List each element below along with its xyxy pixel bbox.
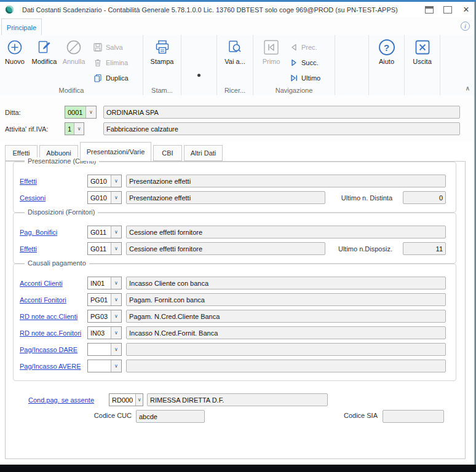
- link-rd-note-acc-clienti[interactable]: RD note acc.Clienti: [20, 313, 87, 320]
- attivita-code: 1: [65, 123, 74, 135]
- link-pag-bonifici[interactable]: Pag. Bonifici: [20, 229, 87, 236]
- ultimo-n-disposiz-field[interactable]: 11: [403, 242, 446, 255]
- desc-effetti-fornitori-field[interactable]: Cessione effetti fornitore: [126, 242, 325, 255]
- link-effetti-fornitori[interactable]: Effetti: [20, 245, 87, 253]
- desc-rd-note-acc-clienti-field[interactable]: Pagam. N.Cred.Cliente Banca: [126, 310, 446, 323]
- company-header: Ditta: 0001 ∨ ORDINARIA SPA Attivita' ri…: [0, 95, 476, 142]
- link-pag-incasso-avere[interactable]: Pag/Incasso AVERE: [20, 363, 87, 370]
- combo-value: G011: [88, 243, 111, 254]
- link-pag-incasso-dare[interactable]: Pag/Incasso DARE: [20, 346, 87, 353]
- close-button[interactable]: ✕: [460, 4, 472, 15]
- aiuto-button[interactable]: ? Aiuto: [372, 37, 402, 66]
- maximize-button[interactable]: [442, 4, 454, 15]
- vai-a-button[interactable]: Vai a...: [220, 37, 250, 66]
- link-cond-pag-se-assente[interactable]: Cond.pag. se assente: [28, 396, 109, 404]
- codice-cuc-field[interactable]: abcde: [136, 410, 205, 423]
- chevron-down-icon[interactable]: ∨: [111, 226, 121, 238]
- row-rd-note-acc-clienti: RD note acc.Clienti PG03 ∨ Pagam. N.Cred…: [20, 310, 446, 323]
- chevron-down-icon[interactable]: ∨: [111, 294, 121, 305]
- group-title: Causali pagamento: [25, 259, 89, 267]
- combo-rd-note-acc-fonitori[interactable]: IN03 ∨: [87, 326, 122, 339]
- tab-presentazioni-varie[interactable]: Presentazioni/Varie: [80, 142, 151, 161]
- link-rd-note-acc-fonitori[interactable]: RD note acc.Fonitori: [20, 329, 87, 337]
- attivita-name-field[interactable]: Fabbricazione calzature: [103, 122, 460, 135]
- chevron-down-icon[interactable]: ∨: [135, 394, 143, 406]
- combo-rd-note-acc-clienti[interactable]: PG03 ∨: [87, 310, 122, 323]
- ribbon-group-navigazione: Primo Prec. Succ.: [253, 35, 335, 95]
- desc-acconti-fonitori-field[interactable]: Pagam. Fornit.con banca: [126, 293, 446, 306]
- desc-pag-bonifici-field[interactable]: Cessione effetti fornitore: [126, 226, 446, 238]
- cond-pag-desc-field[interactable]: RIMESSA DIRETTA D.F.: [147, 393, 328, 406]
- codice-sia-field[interactable]: [383, 410, 444, 423]
- desc-cessioni-field[interactable]: Presentazione effetti: [126, 191, 325, 204]
- collapse-ribbon-icon[interactable]: ∧: [466, 85, 470, 92]
- chevron-down-icon[interactable]: ∨: [111, 360, 121, 372]
- prec-button: Prec.: [288, 40, 323, 54]
- combo-effetti-fornitori[interactable]: G011 ∨: [87, 242, 122, 255]
- ditta-combo[interactable]: 0001 ∨: [65, 106, 97, 119]
- ribbon-group-uscita: Uscita: [405, 35, 440, 95]
- combo-acconti-clienti[interactable]: IN01 ∨: [87, 277, 122, 289]
- trash-icon: [93, 58, 102, 67]
- combo-pag-bonifici[interactable]: G011 ∨: [87, 226, 122, 238]
- annulla-button: Annulla: [59, 37, 89, 66]
- combo-cessioni[interactable]: G010 ∨: [87, 191, 122, 204]
- combo-acconti-fonitori[interactable]: PG01 ∨: [87, 293, 122, 306]
- chevron-down-icon[interactable]: ∨: [111, 243, 121, 254]
- ditta-name-field[interactable]: ORDINARIA SPA: [103, 106, 460, 119]
- row-effetti-clienti: Effetti G010 ∨ Presentazione effetti: [20, 175, 446, 187]
- chevron-down-icon[interactable]: ∨: [111, 192, 121, 203]
- titlebar: Dati Costanti Scadenziario - Contabilità…: [0, 2, 476, 17]
- ultimo-button[interactable]: Ultimo: [288, 71, 323, 85]
- ribbon-tab-principale[interactable]: Principale: [1, 18, 42, 36]
- ribbon-group-spacer: [335, 35, 369, 95]
- desc-acconti-clienti-field[interactable]: Incasso Cliente con banca: [126, 277, 446, 289]
- last-record-icon: [290, 74, 298, 82]
- attivita-row: Attivita' rif.IVA: 1 ∨ Fabbricazione cal…: [5, 122, 460, 135]
- combo-effetti[interactable]: G010 ∨: [87, 175, 122, 187]
- chevron-down-icon[interactable]: ∨: [111, 310, 121, 322]
- collapsed-group-button[interactable]: [197, 74, 200, 77]
- desc-pag-incasso-avere-field[interactable]: [126, 360, 446, 372]
- attivita-combo[interactable]: 1 ∨: [65, 122, 84, 135]
- link-effetti[interactable]: Effetti: [20, 178, 87, 185]
- group-causali-pagamento: Causali pagamento Acconti Clienti IN01 ∨…: [13, 264, 456, 381]
- stampa-button[interactable]: Stampa: [148, 37, 177, 66]
- combo-cond-pag[interactable]: RD000 ∨: [109, 393, 143, 406]
- combo-value: IN03: [88, 327, 111, 339]
- desc-effetti-field[interactable]: Presentazione effetti: [126, 175, 446, 187]
- combo-value: G010: [88, 175, 111, 187]
- desc-pag-incasso-dare-field[interactable]: [126, 343, 446, 356]
- edit-icon: [36, 39, 52, 55]
- group-presentazione-clienti: Presentazione (Clienti) Effetti G010 ∨ P…: [13, 162, 456, 213]
- link-acconti-fonitori[interactable]: Acconti Fonitori: [20, 296, 87, 304]
- chevron-down-icon[interactable]: ∨: [111, 277, 121, 289]
- tab-cbi[interactable]: CBI: [153, 145, 182, 161]
- uscita-button[interactable]: Uscita: [408, 37, 437, 66]
- link-cessioni[interactable]: Cessioni: [20, 194, 87, 202]
- desc-rd-note-acc-fonitori-field[interactable]: Incasso N.Cred.Fornit. Banca: [126, 326, 446, 339]
- nuovo-button[interactable]: Nuovo: [0, 37, 30, 66]
- combo-pag-incasso-dare[interactable]: ∨: [87, 343, 122, 356]
- restore-window-button[interactable]: [423, 4, 435, 15]
- window-controls: ✕: [423, 2, 476, 17]
- chevron-down-icon[interactable]: ∨: [111, 175, 121, 187]
- combo-value: G011: [88, 226, 111, 238]
- duplica-button[interactable]: Duplica: [91, 71, 131, 85]
- combo-pag-incasso-avere[interactable]: ∨: [87, 360, 122, 372]
- codice-cuc-label: Codice CUC: [6, 412, 132, 419]
- modifica-button[interactable]: Modifica: [30, 37, 59, 66]
- elimina-button: Elimina: [91, 55, 131, 69]
- chevron-down-icon[interactable]: ∨: [111, 344, 121, 355]
- chevron-down-icon[interactable]: ∨: [85, 106, 96, 118]
- succ-button[interactable]: Succ.: [288, 55, 323, 69]
- info-icon[interactable]: i: [461, 22, 470, 31]
- chevron-down-icon[interactable]: ∨: [74, 123, 84, 135]
- chevron-down-icon[interactable]: ∨: [111, 327, 121, 339]
- ultimo-n-distinta-field[interactable]: 0: [403, 191, 446, 204]
- tab-altri-dati[interactable]: Altri Dati: [184, 145, 223, 161]
- link-acconti-clienti[interactable]: Acconti Clienti: [20, 280, 87, 287]
- next-record-icon: [290, 59, 298, 66]
- ditta-row: Ditta: 0001 ∨ ORDINARIA SPA: [5, 106, 460, 119]
- small-button-stack: Salva Elimina Duplica: [91, 37, 131, 85]
